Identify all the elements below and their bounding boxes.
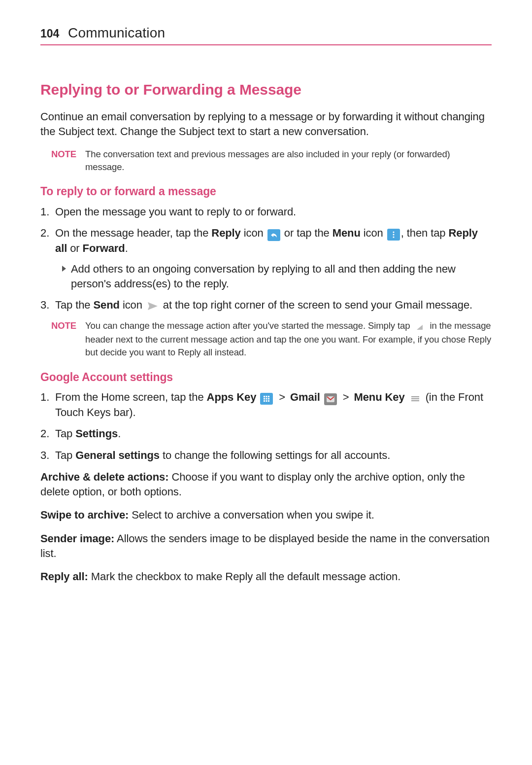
step-text-part: , then tap — [401, 227, 449, 239]
subheading-reply-forward: To reply to or forward a message — [40, 184, 492, 199]
step-text-part: . — [118, 427, 121, 440]
svg-rect-4 — [266, 396, 267, 397]
menu-label: Menu — [332, 227, 361, 239]
step-1: 1. Open the message you want to reply to… — [40, 205, 492, 219]
step-text-part: On the message header, tap the — [55, 227, 211, 239]
settings-label: Settings — [75, 427, 118, 440]
step-text-part: icon — [120, 299, 145, 311]
reply-label: Reply — [211, 227, 240, 239]
svg-rect-6 — [264, 398, 265, 399]
step-number: 2. — [40, 226, 49, 241]
note-text: You can change the message action after … — [85, 319, 492, 359]
setting-archive-delete: Archive & delete actions: Choose if you … — [40, 470, 492, 499]
step-2: 2. Tap Settings. — [40, 426, 492, 441]
step-1: 1. From the Home screen, tap the Apps Ke… — [40, 390, 492, 420]
step-text: Open the message you want to reply to or… — [55, 206, 296, 218]
step-text-part: to change the following settings for all… — [160, 449, 390, 461]
edit-triangle-icon — [413, 321, 426, 333]
gmail-label: Gmail — [290, 391, 320, 403]
step-text-part: . — [125, 242, 128, 254]
step-text-part: Tap — [55, 449, 75, 461]
section-title: Communication — [68, 24, 165, 42]
reply-icon — [267, 229, 280, 241]
setting-swipe-archive: Swipe to archive: Select to archive a co… — [40, 508, 492, 522]
heading-main: Replying to or Forwarding a Message — [40, 80, 492, 100]
menu-key-icon — [409, 393, 422, 405]
menu-key-label: Menu Key — [354, 391, 405, 403]
step-2: 2. On the message header, tap the Reply … — [40, 226, 492, 291]
note-block-1: NOTE The conversation text and previous … — [51, 148, 492, 174]
triangle-bullet-icon — [62, 266, 66, 272]
setting-name: Swipe to archive: — [40, 509, 129, 521]
step-number: 1. — [40, 390, 49, 405]
svg-rect-3 — [264, 396, 265, 397]
note-label: NOTE — [51, 148, 76, 174]
step-number: 1. — [40, 205, 49, 219]
step-text-part: Tap the — [55, 299, 93, 311]
setting-name: Sender image: — [40, 532, 114, 545]
breadcrumb-sep: > — [343, 390, 349, 405]
general-settings-label: General settings — [75, 449, 160, 461]
apps-key-icon — [260, 393, 273, 405]
step-number: 2. — [40, 426, 49, 441]
svg-point-1 — [393, 234, 394, 236]
svg-rect-9 — [264, 400, 265, 402]
svg-point-2 — [393, 237, 394, 238]
send-label: Send — [93, 299, 119, 311]
send-icon — [146, 300, 159, 312]
steps-list-1: 1. Open the message you want to reply to… — [40, 205, 492, 313]
page-header: 104 Communication — [40, 24, 492, 45]
intro-paragraph: Continue an email conversation by replyi… — [40, 109, 492, 139]
setting-desc: Select to archive a conversation when yo… — [129, 509, 374, 521]
page-number: 104 — [40, 26, 59, 41]
step-number: 3. — [40, 448, 49, 463]
svg-point-0 — [393, 232, 394, 233]
svg-rect-13 — [411, 396, 419, 397]
step-text-part: or tap the — [281, 227, 332, 239]
setting-name: Reply all: — [40, 570, 88, 583]
step-3: 3. Tap General settings to change the fo… — [40, 448, 492, 463]
step-3: 3. Tap the Send icon at the top right co… — [40, 298, 492, 313]
setting-name: Archive & delete actions: — [40, 471, 168, 483]
note-block-2: NOTE You can change the message action a… — [51, 319, 492, 359]
step-text-part: From the Home screen, tap the — [55, 391, 207, 403]
setting-reply-all: Reply all: Mark the checkbox to make Rep… — [40, 569, 492, 584]
note-text-part: You can change the message action after … — [85, 320, 412, 331]
apps-key-label: Apps Key — [207, 391, 257, 403]
menu-icon — [387, 229, 400, 241]
setting-desc: Mark the checkbox to make Reply all the … — [88, 570, 400, 583]
step-text-part: icon — [241, 227, 266, 239]
sub-bullet: Add others to an ongoing conversation by… — [62, 262, 492, 291]
breadcrumb-sep: > — [279, 390, 285, 405]
step-text-part: at the top right corner of the screen to… — [160, 299, 472, 311]
svg-rect-15 — [411, 400, 419, 401]
note-text: The conversation text and previous messa… — [85, 148, 492, 174]
svg-rect-7 — [266, 398, 267, 399]
note-label: NOTE — [51, 319, 76, 359]
step-number: 3. — [40, 298, 49, 313]
step-text-part: or — [67, 242, 82, 254]
gmail-icon — [324, 393, 337, 405]
forward-label: Forward — [83, 242, 125, 254]
step-text-part: Tap — [55, 427, 75, 440]
subheading-google-account: Google Account settings — [40, 370, 492, 385]
steps-list-2: 1. From the Home screen, tap the Apps Ke… — [40, 390, 492, 463]
sub-bullet-text: Add others to an ongoing conversation by… — [71, 262, 492, 291]
step-text-part: icon — [361, 227, 386, 239]
svg-rect-11 — [268, 400, 269, 402]
setting-sender-image: Sender image: Allows the senders image t… — [40, 531, 492, 560]
svg-rect-10 — [266, 400, 267, 402]
svg-rect-8 — [268, 398, 269, 399]
svg-rect-14 — [411, 398, 419, 399]
svg-rect-5 — [268, 396, 269, 397]
